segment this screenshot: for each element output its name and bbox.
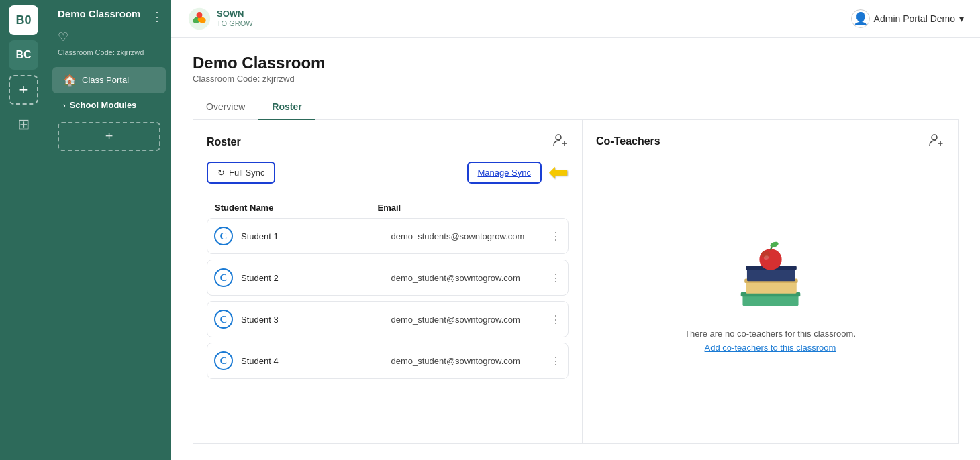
- home-icon: 🏠: [63, 74, 77, 87]
- favorite-icon[interactable]: ♡: [47, 30, 171, 48]
- sidebar-options-button[interactable]: ⋮: [151, 8, 163, 24]
- user-chevron-icon: ▾: [959, 13, 964, 24]
- user-label: Admin Portal Demo: [874, 13, 955, 24]
- content-columns: Roster ↻ Full Sync: [193, 120, 959, 444]
- logo-text: SOWN TO GROW: [217, 9, 253, 27]
- logo: SOWN TO GROW: [187, 7, 253, 31]
- add-coteacher-icon[interactable]: [928, 133, 944, 150]
- icon-rail: B0 BC + ⊞: [0, 0, 47, 460]
- manage-sync-link[interactable]: Manage Sync: [467, 162, 542, 184]
- sync-row: ↻ Full Sync Manage Sync ⬅: [207, 158, 569, 186]
- sidebar-classroom-name: Demo Classroom: [58, 8, 140, 20]
- sidebar-item-class-portal[interactable]: 🏠 Class Portal: [52, 67, 166, 93]
- student-name: Student 2: [241, 273, 391, 283]
- col-header-name: Student Name: [215, 203, 378, 213]
- student-email: demo_student@sowntogrow.com: [391, 273, 542, 283]
- add-classroom-button[interactable]: +: [9, 75, 38, 105]
- student-menu-button[interactable]: ⋮: [541, 272, 561, 284]
- bc-badge[interactable]: BC: [9, 40, 38, 70]
- col-header-email: Email: [378, 203, 541, 213]
- grid-icon[interactable]: ⊞: [9, 110, 38, 139]
- main-content: SOWN TO GROW 👤 Admin Portal Demo ▾ Demo …: [171, 0, 980, 460]
- roster-header: Roster: [207, 133, 569, 150]
- add-student-icon[interactable]: [552, 133, 569, 150]
- student-name: Student 4: [241, 356, 391, 366]
- table-row: C Student 1 demo_students@sowntogrow.com…: [207, 218, 569, 254]
- student-name: Student 1: [241, 231, 391, 241]
- sidebar: Demo Classroom ⋮ ♡ Classroom Code: zkjrr…: [47, 0, 171, 460]
- page-body: Demo Classroom Classroom Code: zkjrrzwd …: [171, 38, 980, 460]
- table-row: C Student 4 demo_student@sowntogrow.com …: [207, 343, 569, 379]
- page-subtitle: Classroom Code: zkjrrzwd: [193, 74, 959, 84]
- full-sync-button[interactable]: ↻ Full Sync: [207, 162, 275, 184]
- coteachers-empty-state: There are no co-teachers for this classr…: [596, 158, 944, 430]
- books-illustration: [730, 235, 811, 315]
- arrow-annotation: Manage Sync ⬅: [467, 158, 569, 186]
- svg-point-3: [197, 12, 203, 18]
- student-email: demo_student@sowntogrow.com: [391, 356, 542, 366]
- school-modules-label: School Modules: [70, 100, 137, 110]
- sidebar-item-label: Class Portal: [82, 75, 129, 85]
- no-coteachers-text: There are no co-teachers for this classr…: [685, 329, 856, 339]
- coteachers-header: Co-Teachers: [596, 133, 944, 150]
- logo-icon: [187, 7, 211, 31]
- chevron-right-icon: ›: [63, 101, 66, 109]
- sidebar-add-button[interactable]: +: [58, 122, 160, 151]
- svg-point-5: [932, 135, 937, 140]
- student-email: demo_student@sowntogrow.com: [391, 314, 542, 325]
- arrow-icon: ⬅: [548, 158, 569, 186]
- full-sync-label: Full Sync: [229, 168, 264, 178]
- table-row: C Student 3 demo_student@sowntogrow.com …: [207, 301, 569, 337]
- table-row: C Student 2 demo_student@sowntogrow.com …: [207, 260, 569, 296]
- user-avatar-icon: 👤: [851, 9, 870, 28]
- svg-point-4: [556, 135, 561, 140]
- topbar: SOWN TO GROW 👤 Admin Portal Demo ▾: [171, 0, 980, 38]
- student-menu-button[interactable]: ⋮: [541, 313, 561, 326]
- sidebar-classroom-code: Classroom Code: zkjrrzwd: [47, 48, 171, 67]
- tab-overview[interactable]: Overview: [193, 95, 258, 120]
- student-menu-button[interactable]: ⋮: [541, 355, 561, 367]
- page-title: Demo Classroom: [193, 54, 959, 72]
- sync-icon: ↻: [217, 168, 225, 178]
- avatar: C: [214, 268, 233, 287]
- avatar: C: [214, 351, 233, 370]
- b0-badge[interactable]: B0: [9, 5, 38, 35]
- tab-roster[interactable]: Roster: [258, 95, 315, 120]
- tabs: Overview Roster: [193, 95, 959, 120]
- add-coteachers-link[interactable]: Add co-teachers to this classroom: [705, 343, 836, 353]
- roster-column: Roster ↻ Full Sync: [193, 120, 583, 443]
- student-email: demo_students@sowntogrow.com: [391, 231, 542, 241]
- table-header: Student Name Email: [207, 197, 569, 218]
- sidebar-item-school-modules[interactable]: › School Modules: [52, 93, 166, 117]
- roster-title: Roster: [207, 136, 241, 148]
- coteachers-column: Co-Teachers: [583, 120, 958, 443]
- sidebar-header: Demo Classroom ⋮: [47, 8, 171, 30]
- student-menu-button[interactable]: ⋮: [541, 230, 561, 243]
- avatar: C: [214, 310, 233, 329]
- user-menu[interactable]: 👤 Admin Portal Demo ▾: [851, 9, 964, 28]
- student-name: Student 3: [241, 314, 391, 325]
- coteachers-title: Co-Teachers: [596, 135, 660, 148]
- avatar: C: [214, 227, 233, 245]
